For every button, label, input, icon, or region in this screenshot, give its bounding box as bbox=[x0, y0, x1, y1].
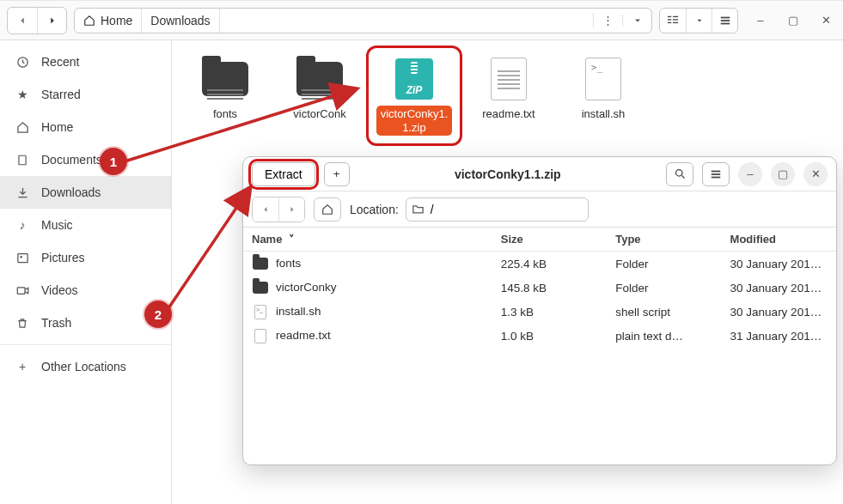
path-more-button[interactable]: ⋮ bbox=[593, 13, 622, 27]
text-file-icon bbox=[252, 328, 269, 343]
maximize-button[interactable]: ▢ bbox=[783, 10, 803, 31]
col-name[interactable]: Name ˅ bbox=[243, 228, 492, 252]
cell-type: plain text d… bbox=[607, 324, 721, 348]
text-file-icon bbox=[482, 56, 535, 102]
file-label: victorConky1.1.zip bbox=[376, 106, 452, 136]
clock-icon bbox=[15, 55, 29, 69]
file-readme[interactable]: readme.txt bbox=[466, 51, 552, 128]
sidebar-item-other-locations[interactable]: + Other Locations bbox=[0, 350, 171, 383]
sidebar-item-home[interactable]: Home bbox=[0, 111, 171, 143]
am-menu-button[interactable] bbox=[702, 162, 730, 186]
archive-manager-window: Extract + victorConky1.1.zip – ▢ ✕ Locat… bbox=[242, 156, 837, 465]
am-home-button[interactable] bbox=[314, 197, 341, 222]
am-nav-group bbox=[252, 197, 305, 222]
file-victorconky-zip[interactable]: ZiP victorConky1.1.zip bbox=[371, 51, 457, 141]
sidebar-item-starred[interactable]: ★ Starred bbox=[0, 78, 171, 111]
document-icon bbox=[15, 153, 29, 167]
cell-modified: 30 January 2019, 12:37 bbox=[722, 300, 836, 324]
file-fonts[interactable]: fonts bbox=[182, 51, 268, 128]
chevron-down-icon bbox=[695, 16, 704, 25]
cell-size: 225.4 kB bbox=[492, 252, 607, 276]
file-label: readme.txt bbox=[479, 106, 538, 123]
breadcrumb-downloads[interactable]: Downloads bbox=[142, 9, 219, 33]
home-icon bbox=[321, 203, 333, 216]
table-row[interactable]: victorConky 145.8 kB Folder 30 January 2… bbox=[243, 276, 836, 300]
col-modified[interactable]: Modified bbox=[722, 228, 836, 252]
path-dropdown-button[interactable] bbox=[622, 15, 651, 27]
script-file-icon: >_ bbox=[577, 56, 630, 102]
sidebar-item-videos[interactable]: Videos bbox=[0, 274, 171, 307]
am-forward-button[interactable] bbox=[278, 197, 304, 222]
video-icon bbox=[15, 283, 29, 297]
sidebar-label: Videos bbox=[41, 283, 78, 297]
svg-rect-2 bbox=[668, 21, 671, 22]
minimize-button[interactable]: – bbox=[750, 10, 771, 31]
svg-rect-8 bbox=[720, 22, 730, 24]
col-type[interactable]: Type bbox=[607, 228, 721, 252]
fm-right-controls: – ▢ ✕ bbox=[659, 8, 836, 33]
view-dropdown-button[interactable] bbox=[686, 9, 712, 33]
hamburger-icon bbox=[710, 168, 722, 180]
svg-rect-15 bbox=[712, 170, 721, 172]
script-file-icon: >_ bbox=[252, 304, 269, 319]
icon-view-icon bbox=[667, 15, 679, 27]
hamburger-icon bbox=[719, 15, 731, 27]
home-icon bbox=[15, 120, 29, 134]
table-row[interactable]: readme.txt 1.0 kB plain text d… 31 Janua… bbox=[243, 324, 836, 348]
sidebar-label: Starred bbox=[41, 88, 81, 101]
add-files-button[interactable]: + bbox=[324, 162, 350, 186]
icon-view-button[interactable] bbox=[660, 9, 686, 33]
svg-rect-0 bbox=[668, 15, 671, 16]
cell-type: shell script bbox=[607, 300, 721, 324]
sidebar-separator bbox=[0, 344, 171, 345]
table-row[interactable]: fonts 225.4 kB Folder 30 January 2019, 1… bbox=[243, 252, 836, 276]
folder-icon bbox=[252, 280, 269, 295]
svg-rect-3 bbox=[673, 15, 678, 16]
forward-button[interactable] bbox=[37, 8, 66, 33]
cell-size: 1.0 kB bbox=[492, 324, 607, 348]
search-button[interactable] bbox=[666, 162, 693, 186]
svg-rect-17 bbox=[712, 176, 721, 178]
close-button[interactable]: ✕ bbox=[816, 10, 836, 31]
svg-point-12 bbox=[20, 256, 22, 258]
picture-icon bbox=[15, 251, 29, 264]
table-row[interactable]: >_install.sh 1.3 kB shell script 30 Janu… bbox=[243, 300, 836, 324]
am-back-button[interactable] bbox=[253, 197, 278, 222]
svg-rect-5 bbox=[673, 21, 678, 22]
folder-icon bbox=[252, 256, 269, 271]
sidebar-item-pictures[interactable]: Pictures bbox=[0, 241, 171, 274]
home-icon bbox=[83, 15, 95, 27]
am-maximize-button[interactable]: ▢ bbox=[771, 162, 795, 186]
sidebar-item-documents[interactable]: Documents bbox=[0, 143, 171, 176]
file-label: victorConk bbox=[290, 106, 349, 123]
file-install-sh[interactable]: >_ install.sh bbox=[560, 51, 646, 128]
chevron-right-icon bbox=[46, 15, 58, 27]
am-location-bar: Location: bbox=[350, 197, 828, 222]
chevron-left-icon bbox=[260, 204, 271, 215]
breadcrumb-home[interactable]: Home bbox=[75, 9, 142, 33]
extract-button[interactable]: Extract bbox=[252, 162, 315, 186]
callout-1: 1 bbox=[100, 148, 127, 175]
am-toolbar: Location: bbox=[243, 191, 836, 228]
svg-rect-16 bbox=[712, 173, 721, 175]
fm-window-controls: – ▢ ✕ bbox=[750, 10, 836, 31]
cell-size: 145.8 kB bbox=[492, 276, 607, 300]
breadcrumb-bar: Home Downloads ⋮ bbox=[74, 8, 652, 33]
am-close-button[interactable]: ✕ bbox=[803, 162, 828, 186]
svg-point-14 bbox=[675, 170, 682, 177]
folder-icon bbox=[412, 203, 425, 218]
sidebar: Recent ★ Starred Home Documents Download… bbox=[0, 40, 172, 504]
file-victorconk[interactable]: victorConk bbox=[277, 51, 363, 128]
hamburger-menu-button[interactable] bbox=[712, 9, 737, 33]
music-icon: ♪ bbox=[15, 218, 29, 232]
am-headerbar: Extract + victorConky1.1.zip – ▢ ✕ bbox=[243, 157, 836, 191]
location-input[interactable] bbox=[406, 197, 589, 222]
back-button[interactable] bbox=[8, 8, 37, 33]
sidebar-item-downloads[interactable]: Downloads bbox=[0, 176, 171, 209]
am-minimize-button[interactable]: – bbox=[738, 162, 762, 186]
view-toggle-group bbox=[659, 8, 738, 33]
sidebar-item-music[interactable]: ♪ Music bbox=[0, 209, 171, 241]
am-file-list: Name ˅ Size Type Modified fonts 225.4 kB… bbox=[243, 228, 836, 465]
col-size[interactable]: Size bbox=[492, 228, 607, 252]
sidebar-item-recent[interactable]: Recent bbox=[0, 46, 171, 78]
